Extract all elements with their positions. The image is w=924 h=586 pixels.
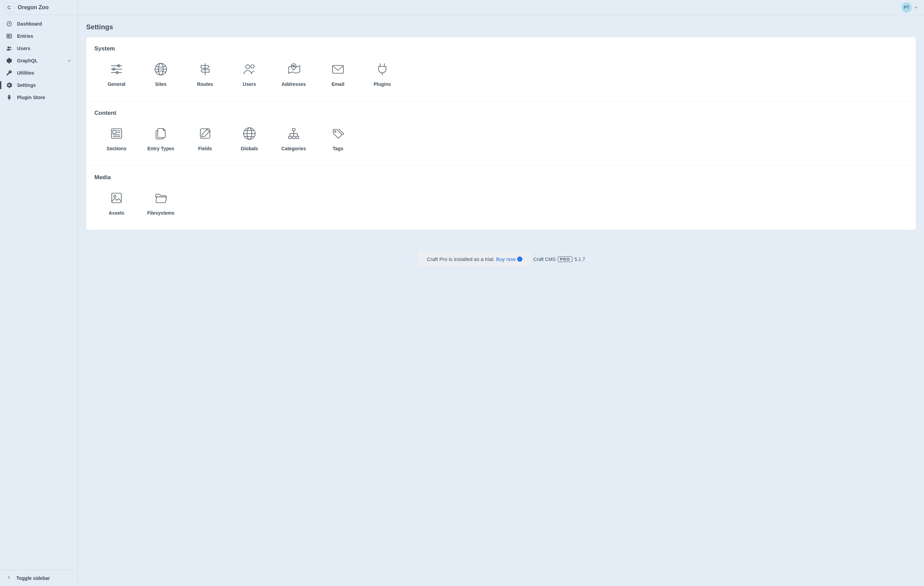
sidebar-item-label: Dashboard [17, 21, 71, 26]
page-title: Settings [86, 23, 916, 31]
arrow-right-circle-icon [517, 257, 522, 262]
svg-rect-46 [292, 129, 295, 131]
tile-label: Assets [109, 210, 124, 216]
sidebar-item-graphql[interactable]: GraphQL [0, 54, 78, 67]
tile-tags[interactable]: Tags [316, 123, 360, 157]
brand-logo: C [4, 2, 14, 13]
image-icon [109, 190, 124, 205]
footer: Craft Pro is installed as a trial. Buy n… [86, 251, 916, 278]
tile-addresses[interactable]: Addresses [272, 58, 316, 93]
trial-notice: Craft Pro is installed as a trial. Buy n… [417, 251, 532, 268]
sidebar-item-label: Plugin Store [17, 95, 71, 100]
chevron-down-icon[interactable] [914, 5, 919, 10]
svg-rect-35 [113, 130, 116, 134]
svg-point-8 [10, 47, 11, 48]
sidebar-item-users[interactable]: Users [0, 42, 78, 54]
gear-icon [6, 82, 12, 88]
globe-icon [242, 126, 257, 141]
wrench-icon [6, 70, 12, 76]
tile-label: Addresses [281, 81, 306, 87]
tile-label: Plugins [374, 81, 391, 87]
tile-routes[interactable]: Routes [183, 58, 227, 93]
section-heading: Content [94, 110, 908, 117]
header: PT [78, 0, 924, 15]
svg-rect-48 [292, 136, 295, 139]
tile-label: Sites [155, 81, 166, 87]
tile-label: Email [332, 81, 344, 87]
sidebar-item-label: Entries [17, 33, 71, 39]
svg-rect-49 [296, 136, 299, 139]
tile-users[interactable]: Users [227, 58, 272, 93]
toggle-sidebar-button[interactable]: Toggle sidebar [0, 569, 78, 586]
svg-point-13 [11, 61, 12, 62]
section-system: System General Sites [86, 37, 916, 101]
tile-label: Filesystems [147, 210, 175, 216]
users-icon [6, 45, 12, 51]
sidebar-item-entries[interactable]: Entries [0, 30, 78, 42]
map-pin-icon [286, 62, 301, 77]
version-number: 5.1.7 [574, 257, 585, 262]
globe-icon [153, 62, 168, 77]
gauge-icon [6, 21, 12, 27]
users-icon [242, 62, 257, 77]
tile-label: Globals [241, 146, 258, 151]
svg-point-14 [9, 63, 10, 63]
svg-point-15 [7, 61, 8, 62]
product-name: Craft CMS [533, 257, 555, 262]
svg-point-55 [335, 131, 336, 132]
settings-panel: System General Sites [86, 37, 916, 230]
pencil-icon [198, 126, 213, 141]
tile-sections[interactable]: Sections [94, 123, 139, 157]
tile-label: General [108, 81, 125, 87]
svg-point-1 [9, 23, 10, 24]
chevron-down-icon [67, 58, 71, 63]
tile-label: Sections [107, 146, 126, 151]
tile-sites[interactable]: Sites [139, 58, 183, 93]
svg-point-28 [251, 65, 254, 68]
toggle-sidebar-label: Toggle sidebar [16, 575, 50, 581]
user-avatar[interactable]: PT [901, 2, 912, 13]
buy-now-link[interactable]: Buy now [496, 256, 522, 262]
chevron-left-icon [6, 575, 12, 581]
brand-title: Oregon Zoo [18, 5, 49, 11]
svg-point-57 [114, 195, 116, 197]
sidebar-item-settings[interactable]: Settings [0, 79, 78, 91]
tile-label: Tags [333, 146, 343, 151]
tile-email[interactable]: Email [316, 58, 360, 93]
tile-general[interactable]: General [94, 58, 139, 93]
tile-label: Fields [198, 146, 212, 151]
edition-badge[interactable]: PRO [558, 257, 573, 262]
brand-header[interactable]: C Oregon Zoo [0, 0, 78, 15]
sidebar-item-dashboard[interactable]: Dashboard [0, 18, 78, 30]
sidebar-item-label: Users [17, 46, 71, 51]
section-content: Content Sections Entry Types [86, 101, 916, 165]
folder-icon [153, 190, 168, 205]
tile-assets[interactable]: Assets [94, 187, 139, 222]
tile-label: Entry Types [147, 146, 174, 151]
svg-point-11 [9, 58, 10, 59]
sidebar: C Oregon Zoo Dashboard Entries [0, 0, 78, 586]
tile-filesystems[interactable]: Filesystems [139, 187, 183, 222]
envelope-icon [330, 62, 345, 77]
svg-point-12 [11, 59, 12, 60]
version-info: Craft CMS PRO 5.1.7 [533, 257, 585, 262]
plug-icon [375, 62, 390, 77]
svg-point-7 [8, 46, 9, 48]
sidebar-item-plugin-store[interactable]: Plugin Store [0, 91, 78, 104]
signpost-icon [198, 62, 213, 77]
newspaper-icon [6, 33, 12, 39]
svg-rect-47 [289, 136, 291, 139]
tile-entry-types[interactable]: Entry Types [139, 123, 183, 157]
section-media: Media Assets Filesystems [86, 165, 916, 230]
sitemap-icon [286, 126, 301, 141]
svg-rect-56 [112, 193, 121, 203]
tile-fields[interactable]: Fields [183, 123, 227, 157]
tile-plugins[interactable]: Plugins [360, 58, 404, 93]
main-nav: Dashboard Entries Users [0, 15, 78, 106]
tile-globals[interactable]: Globals [227, 123, 272, 157]
sidebar-item-label: Utilities [17, 70, 71, 76]
section-heading: System [94, 45, 908, 52]
sidebar-item-utilities[interactable]: Utilities [0, 67, 78, 79]
tile-categories[interactable]: Categories [272, 123, 316, 157]
files-icon [153, 126, 168, 141]
